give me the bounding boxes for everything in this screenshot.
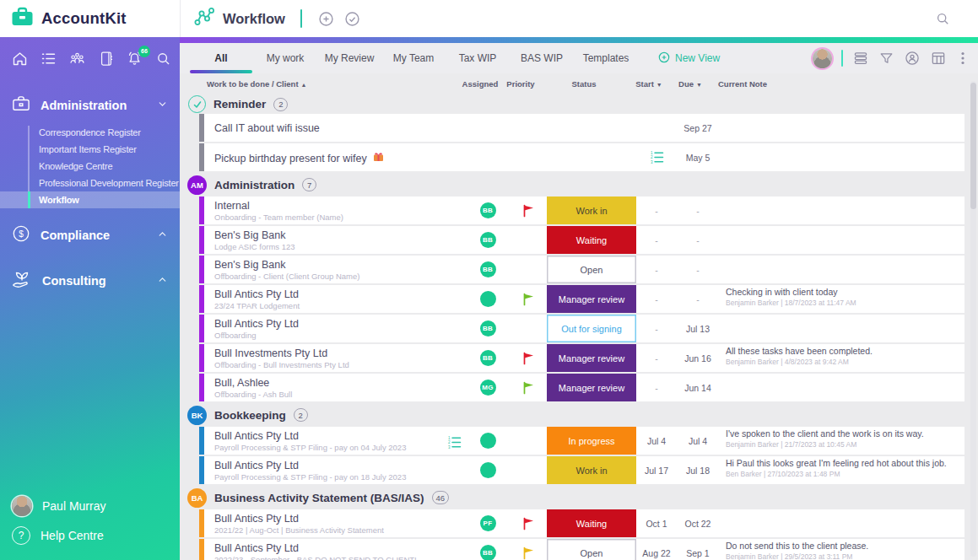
- tab-label: My work: [267, 52, 305, 64]
- due-cell: Jul 13: [677, 315, 719, 342]
- assignee-avatar[interactable]: BB: [480, 350, 496, 366]
- status-badge[interactable]: Manager review: [547, 344, 636, 372]
- group-rows-button[interactable]: [852, 50, 869, 67]
- checklist-icon[interactable]: ​123: [447, 436, 462, 449]
- tab-all[interactable]: All: [190, 43, 252, 73]
- status-badge[interactable]: Manager review: [547, 374, 636, 401]
- flag-red-icon[interactable]: [522, 204, 535, 218]
- chevron-down-icon: [157, 98, 168, 113]
- assignee-avatar[interactable]: PF: [480, 515, 496, 531]
- scrollbar-thumb[interactable]: [970, 83, 976, 209]
- sidebar-section-compliance[interactable]: $Compliance: [0, 217, 180, 254]
- assignee-avatar[interactable]: BB: [480, 261, 496, 277]
- status-badge[interactable]: Work in: [547, 197, 636, 224]
- flag-red-icon[interactable]: [522, 517, 535, 530]
- task-row[interactable]: Bull Antics Pty Ltd2021/22 | Aug-Oct | B…: [199, 509, 964, 537]
- status-badge[interactable]: Work in: [547, 456, 636, 484]
- col-status[interactable]: Status: [539, 79, 629, 89]
- task-row[interactable]: Bull Antics Pty LtdPayroll Processing & …: [199, 456, 964, 484]
- task-row[interactable]: Bull Antics Pty Ltd23/24 TPAR LodgementM…: [199, 285, 964, 313]
- group-avatar: BA: [187, 488, 207, 508]
- columns-button[interactable]: [930, 50, 947, 67]
- status-badge[interactable]: Manager review: [547, 285, 636, 313]
- tab-templates[interactable]: Templates: [575, 43, 637, 73]
- filter-button[interactable]: [878, 51, 894, 67]
- flag-red-icon[interactable]: [522, 352, 535, 365]
- start-cell: -: [636, 256, 677, 283]
- search-button[interactable]: [934, 10, 951, 27]
- group-count-badge: 46: [432, 491, 450, 504]
- scrollbar-track[interactable]: [970, 81, 976, 557]
- task-row[interactable]: InternalOnboarding - Team member (Name)B…: [199, 197, 964, 224]
- kebab-menu-icon[interactable]: [956, 51, 970, 66]
- col-due[interactable]: Due▼: [669, 79, 711, 89]
- tab-bas-wip[interactable]: BAS WIP: [511, 43, 573, 73]
- main-area: Workflow AllMy workMy ReviewMy TeamTax W…: [180, 0, 978, 560]
- task-row[interactable]: Pickup birthday present for wifey ​123Ma…: [199, 143, 964, 171]
- tab-label: New View: [675, 52, 720, 64]
- flag-green-icon[interactable]: [522, 381, 535, 395]
- group-header-business-activity-statement-bas-ias: BABusiness Activity Statement (BAS/IAS)4…: [187, 486, 964, 509]
- complete-button[interactable]: [343, 10, 361, 28]
- task-name-cell: Bull Investments Pty LtdOffboarding - Bu…: [204, 344, 466, 372]
- task-row[interactable]: Ben's Big BankLodge ASIC forms 123BBWait…: [199, 226, 964, 254]
- sidebar-notifications-bell-icon[interactable]: 66: [126, 50, 143, 67]
- assignee-avatar[interactable]: [480, 433, 496, 449]
- sidebar-team-icon[interactable]: [68, 50, 86, 67]
- task-row[interactable]: Bull Antics Pty LtdPayroll Processing & …: [199, 427, 964, 455]
- assignee-avatar[interactable]: MG: [480, 380, 496, 396]
- task-row[interactable]: Call IT about wifi issueSep 27: [199, 114, 964, 142]
- task-row[interactable]: Ben's Big BankOffboarding - Client (Clie…: [199, 256, 964, 283]
- sidebar-item-correspondence-register[interactable]: Correspondence Register: [0, 124, 180, 141]
- add-button[interactable]: [317, 10, 335, 28]
- flag-green-icon[interactable]: [522, 293, 535, 306]
- task-row[interactable]: Bull Antics Pty Ltd2022/23 - September -…: [199, 539, 964, 560]
- task-row[interactable]: Bull, AshleeOffboarding - Ash BullMGMana…: [199, 374, 964, 401]
- col-priority[interactable]: Priority: [502, 79, 539, 89]
- nav-section-compliance: $Compliance: [0, 217, 180, 254]
- col-work[interactable]: Work to be done / Client▲: [197, 79, 458, 89]
- note-cell: [719, 256, 964, 283]
- status-badge[interactable]: Open: [547, 256, 636, 283]
- sidebar-section-administration[interactable]: Administration: [0, 88, 180, 123]
- tab-my-work[interactable]: My work: [254, 43, 316, 73]
- help-icon: ?: [12, 526, 30, 545]
- sidebar-list-icon[interactable]: [40, 50, 57, 67]
- tab-tax-wip[interactable]: Tax WIP: [446, 43, 509, 73]
- task-row[interactable]: Bull Antics Pty LtdOffboardingBBOut for …: [199, 315, 964, 342]
- sidebar-item-professional-development-register[interactable]: Professional Development Register: [0, 175, 180, 191]
- status-badge[interactable]: Waiting: [547, 226, 636, 254]
- brand[interactable]: AccountKit: [0, 0, 180, 37]
- sidebar-home-icon[interactable]: [11, 50, 29, 67]
- col-assigned[interactable]: Assigned: [458, 79, 502, 89]
- sidebar-section-consulting[interactable]: Consulting: [0, 262, 180, 299]
- assignee-avatar[interactable]: BB: [480, 202, 496, 218]
- tab-new-view[interactable]: New View: [657, 43, 720, 73]
- status-badge[interactable]: In progress: [547, 427, 636, 455]
- assignee-avatar[interactable]: [480, 291, 496, 307]
- help-centre[interactable]: ? Help Centre: [0, 521, 180, 550]
- sidebar-journal-icon[interactable]: [97, 50, 115, 67]
- tab-my-review[interactable]: My Review: [318, 43, 381, 73]
- filter-user-avatar[interactable]: [813, 49, 832, 68]
- assignee-filter-button[interactable]: [904, 50, 921, 67]
- user-menu[interactable]: Paul Murray: [0, 491, 180, 521]
- flag-yellow-icon[interactable]: [522, 547, 535, 560]
- assignee-avatar[interactable]: BB: [480, 545, 496, 560]
- col-start[interactable]: Start▼: [629, 79, 669, 89]
- sidebar-item-knowledge-centre[interactable]: Knowledge Centre: [0, 158, 180, 175]
- status-badge[interactable]: Open: [547, 539, 636, 560]
- checklist-icon[interactable]: ​123: [650, 151, 664, 164]
- status-badge[interactable]: Out for signing: [547, 315, 636, 342]
- sidebar-item-important-items-register[interactable]: Important Items Register: [0, 141, 180, 158]
- task-row[interactable]: Bull Investments Pty LtdOffboarding - Bu…: [199, 344, 964, 372]
- sidebar-item-workflow[interactable]: Workflow: [0, 191, 180, 208]
- assignee-avatar[interactable]: [480, 462, 496, 478]
- status-badge[interactable]: Waiting: [547, 509, 636, 537]
- task-subtitle: 2021/22 | Aug-Oct | Business Activity St…: [214, 525, 464, 536]
- assignee-avatar[interactable]: BB: [480, 320, 496, 337]
- col-note[interactable]: Current Note: [711, 79, 978, 89]
- sidebar-search-icon[interactable]: [154, 50, 172, 67]
- tab-my-team[interactable]: My Team: [382, 43, 445, 73]
- assignee-avatar[interactable]: BB: [480, 232, 496, 248]
